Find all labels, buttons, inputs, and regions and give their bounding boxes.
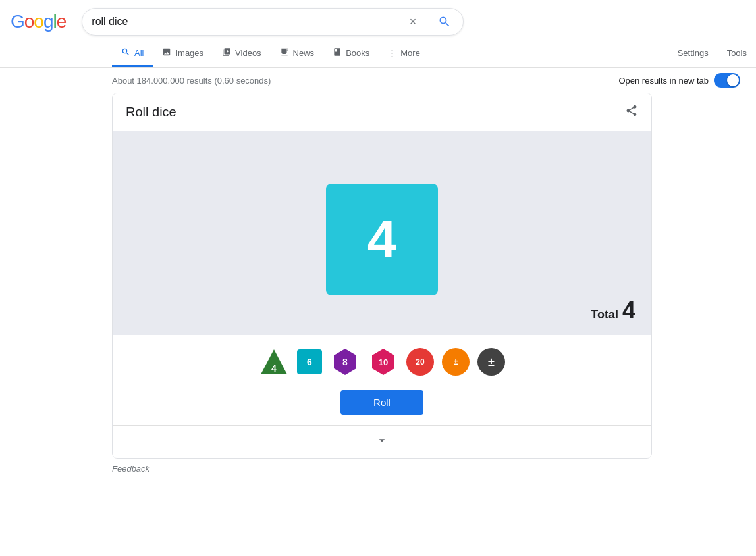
results-info: About 184.000.000 results (0,60 seconds)… (0, 68, 756, 93)
dice-d10[interactable]: 10 (368, 347, 398, 377)
toggle-knob (727, 74, 739, 86)
d20-label: ± (454, 357, 458, 366)
dice-face[interactable]: 4 (326, 184, 438, 295)
d12-label: 20 (416, 357, 424, 366)
logo-g2: g (43, 11, 53, 32)
d8-icon: 8 (330, 347, 360, 377)
books-icon (333, 47, 342, 59)
tab-all[interactable]: All (112, 41, 153, 67)
news-icon (280, 47, 289, 59)
tools-label: Tools (727, 48, 747, 58)
svg-text:4: 4 (271, 363, 277, 374)
share-button[interactable] (625, 104, 638, 120)
tab-news-label: News (293, 48, 315, 58)
tab-more[interactable]: ⋮ More (379, 41, 429, 66)
dice-d8[interactable]: 8 (330, 347, 360, 377)
logo-o2: o (34, 11, 43, 32)
search-divider (427, 14, 427, 30)
dice-area: 4 Total 4 (113, 131, 651, 335)
d10-icon: 10 (368, 347, 398, 377)
total-label: Total (591, 308, 618, 322)
nav-tabs: All Images Videos News Books ⋮ More Sett… (0, 41, 756, 68)
tab-all-label: All (134, 48, 144, 58)
tab-books-label: Books (346, 48, 369, 58)
d4-icon: 4 (259, 347, 289, 377)
tab-images[interactable]: Images (153, 41, 213, 67)
more-icon: ⋮ (388, 48, 396, 58)
card-header: Roll dice (113, 93, 651, 131)
roll-dice-card: Roll dice 4 Total 4 4 (112, 93, 652, 459)
result-count: About 184.000.000 results (0,60 seconds) (112, 76, 271, 86)
header: Google × (0, 0, 756, 36)
tab-more-label: More (400, 48, 420, 58)
feedback-label[interactable]: Feedback (112, 464, 149, 474)
dice-d4[interactable]: 4 (259, 347, 289, 377)
search-submit-button[interactable] (435, 15, 454, 28)
search-bar: × (82, 8, 464, 36)
roll-button-row: Roll (113, 385, 651, 425)
card-title: Roll dice (126, 105, 176, 120)
search-input[interactable] (92, 16, 401, 28)
logo-g: G (11, 11, 24, 32)
feedback-row: Feedback (0, 459, 756, 479)
tab-videos[interactable]: Videos (213, 41, 271, 67)
expand-row[interactable] (113, 425, 651, 458)
svg-text:8: 8 (342, 357, 348, 367)
settings-tab[interactable]: Settings (668, 41, 718, 66)
d6-shape: 6 (297, 349, 322, 374)
dice-d6[interactable]: 6 (297, 349, 322, 374)
search-icon (438, 15, 451, 28)
nav-right: Settings Tools (668, 41, 756, 66)
share-icon (625, 104, 638, 117)
new-tab-toggle[interactable] (714, 73, 740, 88)
svg-text:10: 10 (379, 357, 388, 367)
search-clear-button[interactable]: × (407, 15, 419, 29)
dice-d20[interactable]: ± (442, 348, 470, 376)
total-display: Total 4 (591, 297, 635, 324)
tab-books[interactable]: Books (323, 41, 379, 67)
roll-button[interactable]: Roll (340, 390, 423, 415)
dice-d12[interactable]: 20 (406, 348, 434, 376)
chevron-down-icon (375, 434, 389, 450)
tab-news[interactable]: News (271, 41, 324, 67)
dice-selector: 4 6 8 10 (113, 335, 651, 385)
images-icon (162, 47, 171, 59)
settings-label: Settings (678, 48, 709, 58)
custom-label: ± (488, 355, 495, 369)
main-content: Roll dice 4 Total 4 4 (0, 93, 652, 459)
google-logo[interactable]: Google (11, 11, 66, 32)
tab-images-label: Images (175, 48, 203, 58)
custom-shape: ± (477, 348, 505, 376)
open-new-tab-label: Open results in new tab (618, 76, 709, 86)
dice-custom[interactable]: ± (477, 348, 505, 376)
d12-shape: 20 (406, 348, 434, 376)
d6-label: 6 (307, 357, 312, 367)
dice-value: 4 (367, 209, 397, 270)
logo-o1: o (24, 11, 34, 32)
open-new-tab: Open results in new tab (618, 73, 740, 88)
all-icon (121, 47, 130, 59)
tab-videos-label: Videos (235, 48, 261, 58)
total-value: 4 (622, 297, 635, 324)
d20-shape: ± (442, 348, 470, 376)
tools-tab[interactable]: Tools (718, 41, 756, 66)
videos-icon (222, 47, 231, 59)
logo-e: e (57, 11, 67, 32)
